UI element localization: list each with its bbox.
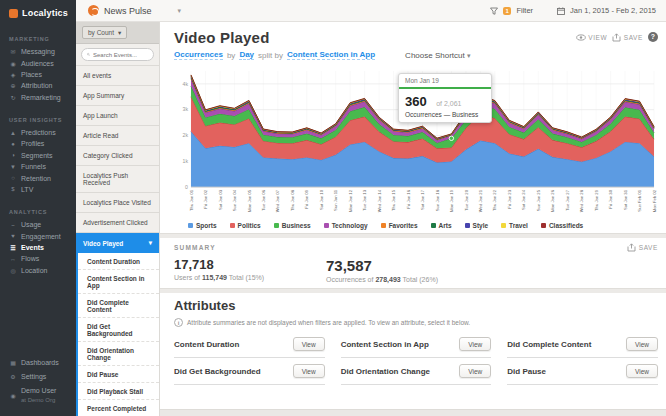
legend-label: Sports (196, 222, 217, 229)
event-list-item-selected[interactable]: Video Played ▾ (76, 233, 159, 253)
help-button[interactable]: ? (648, 32, 658, 42)
selected-event-label: Video Played (83, 240, 123, 247)
attribute-view-button[interactable]: View (459, 337, 491, 351)
svg-text:Sat Jan 10: Sat Jan 10 (319, 189, 324, 210)
event-list-item[interactable]: App Summary (76, 86, 159, 106)
event-list-item[interactable]: Article Read (76, 126, 159, 146)
sidebar-nav-item[interactable]: ↻ Remarketing (9, 92, 67, 103)
main-sidebar: Localytics MARKETING ✉ Messaging ◉ Audie… (0, 0, 76, 416)
attribute-view-button[interactable]: View (459, 364, 491, 378)
metric-selector[interactable]: Occurrences (174, 50, 223, 60)
nav-group-marketing: MARKETING ✉ Messaging ◉ Audiences ◈ (0, 28, 76, 109)
localytics-logo[interactable]: Localytics (0, 0, 76, 28)
brand-name: Localytics (22, 8, 68, 18)
sidebar-nav-item[interactable]: ✉ Messaging (9, 46, 67, 57)
event-attribute-item[interactable]: Content Section in App (78, 270, 159, 294)
sidebar-nav-item[interactable]: ● Profiles (9, 138, 67, 149)
date-range-picker[interactable]: Jan 1, 2015 - Feb 2, 2015 (570, 6, 656, 15)
sidebar-nav-item[interactable]: ◑ Segments (9, 150, 67, 161)
chart-area[interactable]: 01k2k3k4kThu Jan 01Fri Jan 02Sat Jan 03S… (174, 65, 658, 221)
users-stat: 17,718 Users of 115,749 Total (15%) (174, 257, 292, 282)
split-selector[interactable]: Content Section in App (287, 50, 375, 60)
nav-group-header: USER INSIGHTS (9, 117, 67, 123)
sidebar-item-dashboards[interactable]: ▦ Dashboards (9, 356, 67, 370)
legend-label: Style (473, 222, 489, 229)
search-icon (87, 51, 90, 58)
event-list-item[interactable]: App Launch (76, 106, 159, 126)
attributes-heading: Attributes (174, 298, 658, 313)
sidebar-item-settings[interactable]: ⚙ Settings (9, 370, 67, 384)
occurrences-stat: 73,587 Occurrences of 278,493 Total (26%… (326, 257, 444, 284)
sidebar-nav-item[interactable]: ↔ Flows (9, 253, 67, 264)
sidebar-nav-item[interactable]: ▼ Funnels (9, 161, 67, 172)
event-attribute-item[interactable]: Did Playback Stall (78, 383, 159, 400)
event-attribute-item[interactable]: Did Get Backgrounded (78, 318, 159, 342)
sidebar-nav-item[interactable]: ◎ Location (9, 265, 67, 276)
legend-item[interactable]: Arts (431, 222, 452, 229)
top-bar: News Pulse ▾ 1 Filter Jan 1, 2015 - Feb … (76, 0, 666, 22)
attributes-note-text: Attribute summaries are not displayed wh… (187, 319, 470, 326)
attribute-view-button[interactable]: View (626, 337, 658, 351)
attribute-view-button[interactable]: View (293, 364, 325, 378)
attribute-view-button[interactable]: View (626, 364, 658, 378)
tooltip-series: Occurrences — Business (405, 111, 485, 118)
event-attribute-item[interactable]: Content Duration (78, 253, 159, 270)
sort-caret-icon: ▾ (118, 29, 121, 37)
nav-item-label: Usage (21, 221, 41, 228)
event-attributes-group: Content Duration Content Section in App … (76, 253, 159, 416)
legend-item[interactable]: Sports (188, 222, 217, 229)
app-switcher-caret-icon[interactable]: ▾ (178, 7, 182, 15)
legend-item[interactable]: Style (465, 222, 489, 229)
legend-item[interactable]: Business (274, 222, 311, 229)
legend-item[interactable]: Favorites (381, 222, 418, 229)
localytics-logo-icon (9, 9, 18, 18)
legend-item[interactable]: Travel (501, 222, 528, 229)
event-list-item[interactable]: Advertisement Clicked (76, 213, 159, 233)
legend-item[interactable]: Politics (230, 222, 261, 229)
legend-swatch-icon (274, 223, 279, 228)
event-list-item[interactable]: Localytics Place Visited (76, 193, 159, 213)
legend-label: Politics (238, 222, 261, 229)
choose-shortcut-dropdown[interactable]: Choose Shortcut ▾ (405, 51, 470, 60)
attribute-view-button[interactable]: View (293, 337, 325, 351)
nav-item-label: Places (21, 71, 42, 78)
svg-text:Wed Jan 07: Wed Jan 07 (275, 189, 280, 212)
event-list-item[interactable]: All events (76, 66, 159, 86)
sidebar-nav-item[interactable]: ▲ Predictions (9, 127, 67, 138)
sort-dropdown[interactable]: by Count ▾ (76, 22, 159, 44)
event-attribute-item[interactable]: Percent Completed (78, 400, 159, 416)
view-button[interactable]: VIEW (576, 34, 608, 41)
sidebar-nav-item[interactable]: ⊕ Attribution (9, 80, 67, 91)
sidebar-nav-item[interactable]: $ LTV (9, 184, 67, 195)
sidebar-nav-item[interactable]: ~ Usage (9, 219, 67, 230)
event-attribute-item[interactable]: Did Orientation Change (78, 342, 159, 366)
sidebar-nav-item[interactable]: ◈ Places (9, 69, 67, 80)
nav-item-label: Predictions (21, 129, 56, 136)
legend-swatch-icon (541, 223, 546, 228)
svg-text:Sun Jan 18: Sun Jan 18 (435, 189, 440, 211)
save-button[interactable]: SAVE (612, 33, 643, 42)
nav-item-label: Remarketing (21, 94, 61, 101)
sidebar-nav-item[interactable]: ○ Retention (9, 172, 67, 183)
event-attribute-item[interactable]: Did Complete Content (78, 294, 159, 318)
svg-text:Fri Jan 30: Fri Jan 30 (608, 189, 613, 208)
event-list-item[interactable]: Category Clicked (76, 146, 159, 166)
sidebar-nav-item[interactable]: ☰ Events (9, 242, 67, 253)
filter-button[interactable]: Filter (516, 6, 533, 15)
sidebar-nav-item[interactable]: ♥ Engagement (9, 231, 67, 242)
event-attribute-item[interactable]: Did Pause (78, 366, 159, 383)
legend-item[interactable]: Classifieds (541, 222, 583, 229)
svg-text:Mon Jan 12: Mon Jan 12 (348, 189, 353, 212)
interval-selector[interactable]: Day (239, 50, 254, 60)
nav-item-label: Retention (21, 175, 51, 182)
sidebar-nav-item[interactable]: ◉ Audiences (9, 57, 67, 68)
nav-item-icon: ☰ (9, 244, 17, 251)
nav-item-icon: ↻ (9, 94, 17, 101)
search-input[interactable] (93, 52, 148, 58)
legend-item[interactable]: Technology (324, 222, 368, 229)
sidebar-item-user[interactable]: ◉ Demo User at Demo Org (9, 384, 67, 409)
summary-save-button[interactable]: SAVE (627, 243, 658, 252)
news-pulse-logo-icon (88, 5, 99, 16)
by-label: by (227, 51, 235, 60)
event-list-item[interactable]: Localytics Push Received (76, 166, 159, 193)
